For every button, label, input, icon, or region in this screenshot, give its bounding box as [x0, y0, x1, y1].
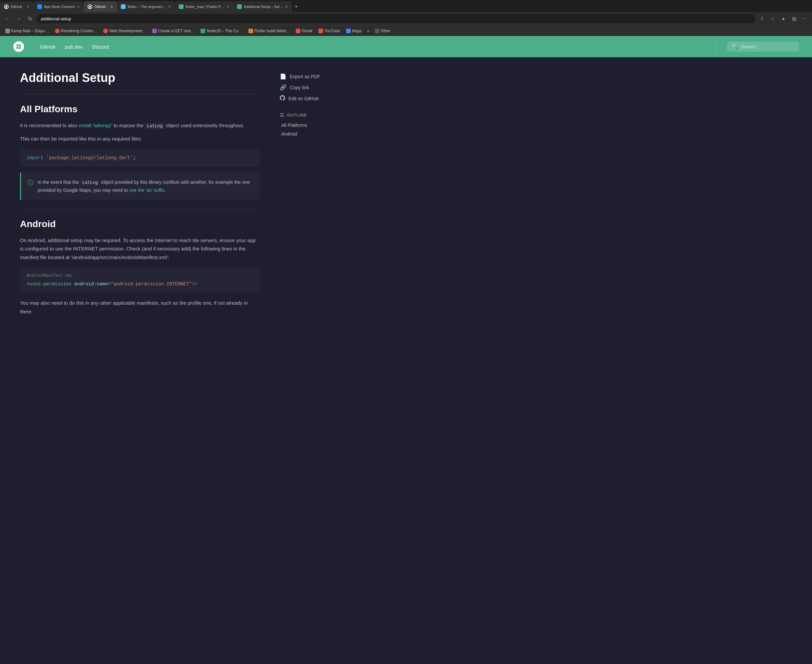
more-label: »: [367, 29, 369, 33]
bookmark-label: NodeJS – The Co…: [207, 29, 242, 33]
tab-github1[interactable]: GitHub ×: [0, 1, 33, 12]
tab-additional[interactable]: Additional Setup – flut… ×: [233, 1, 292, 12]
menu-button[interactable]: ⋯: [800, 14, 809, 23]
androidmanifest-code-block: AndroidManifest.xml <uses-permission and…: [20, 267, 260, 293]
latlong2-link[interactable]: install 'latlong2': [79, 122, 112, 128]
tab-close-btn[interactable]: ×: [27, 4, 29, 9]
tab-label: App Store Connect: [44, 5, 75, 9]
all-platforms-para2: This can then be imported like this in a…: [20, 135, 260, 143]
nav-pubdev[interactable]: pub.dev: [65, 44, 83, 50]
bookmark-youtube[interactable]: YouTube: [316, 28, 343, 34]
bookmark-label: YouTube: [324, 29, 340, 33]
bookmark-nodejs[interactable]: NodeJS – The Co…: [198, 28, 245, 34]
profile-button[interactable]: ●: [779, 14, 788, 23]
tab-close-btn[interactable]: ×: [285, 4, 288, 9]
bookmark-label: Maps: [352, 29, 362, 33]
bookmark-more[interactable]: »: [365, 28, 371, 34]
site-header: GitHub pub.dev Discord 🔍: [0, 36, 812, 57]
tab-bar: GitHub × App Store Connect × GitHub × fl…: [0, 0, 812, 12]
nav-github[interactable]: GitHub: [40, 44, 55, 50]
browser-actions: ⇧ ☆ ● ▤ ⋯: [757, 14, 809, 23]
bookmark-label: Kemp Mail – Dispo…: [11, 29, 49, 33]
bookmark-label: Flutter build failed…: [254, 29, 290, 33]
section-divider-mid: [20, 209, 260, 210]
android-para2: You may also need to do this in any othe…: [20, 299, 260, 316]
bookmark-kemp-mail[interactable]: Kemp Mail – Dispo…: [3, 28, 52, 34]
right-sidebar: 📄 Export as PDF 🔗 Copy link Edit on GitH…: [280, 71, 353, 321]
site-nav: GitHub pub.dev Discord: [40, 44, 705, 50]
bookmark-label: Web Development…: [109, 29, 146, 33]
bookmark-get-route[interactable]: Create a GET rout…: [150, 28, 197, 34]
copy-link-icon: 🔗: [280, 84, 286, 91]
outline-item-android[interactable]: Android: [280, 131, 353, 137]
edit-github-icon: [280, 95, 285, 102]
android-heading: Android: [20, 219, 260, 229]
android-para1: On Android, additional setup may be requ…: [20, 236, 260, 262]
svg-rect-0: [16, 44, 18, 46]
bookmark-webdev[interactable]: Web Development…: [101, 28, 149, 34]
bookmark-rendering[interactable]: Rendering Conten…: [52, 28, 100, 34]
content-area: Additional Setup All Platforms It is rec…: [20, 71, 260, 321]
search-input[interactable]: [741, 44, 794, 49]
tab-label: flutter – The argumen…: [128, 5, 166, 9]
site-search[interactable]: 🔍: [727, 42, 799, 52]
tab-close-btn[interactable]: ×: [110, 4, 113, 9]
search-icon: 🔍: [732, 44, 738, 50]
bookmark-label: Gmail: [302, 29, 312, 33]
tab-github2[interactable]: GitHub ×: [84, 1, 117, 12]
code-filename: AndroidManifest.xml: [27, 273, 253, 278]
new-tab-button[interactable]: +: [292, 3, 301, 10]
svg-rect-3: [19, 47, 21, 49]
bookmark-maps[interactable]: Maps: [343, 28, 365, 34]
sidebar-actions: 📄 Export as PDF 🔗 Copy link Edit on GitH…: [280, 73, 353, 102]
export-pdf-button[interactable]: 📄 Export as PDF: [280, 73, 353, 80]
tab-label: GitHub: [94, 5, 108, 9]
back-button[interactable]: ←: [3, 14, 12, 23]
main-layout: Additional Setup All Platforms It is rec…: [0, 57, 366, 334]
reload-button[interactable]: ↻: [25, 14, 35, 23]
edit-github-label: Edit on GitHub: [288, 96, 319, 101]
tab-flutter1[interactable]: flutter – The argumen… ×: [117, 1, 175, 12]
page-title: Additional Setup: [20, 71, 260, 85]
tab-label: GitHub: [11, 5, 24, 9]
import-code-block: import 'package:latlong2/latlong.dart';: [20, 149, 260, 166]
logo-icon: [13, 41, 24, 52]
latlng-code: LatLng: [145, 123, 164, 129]
address-bar-row: ← → ↻ ⇧ ☆ ● ▤ ⋯: [0, 12, 812, 25]
outline-label: ☰ OUTLINE: [280, 112, 353, 118]
extensions-button[interactable]: ▤: [789, 14, 799, 23]
section-divider-top: [20, 94, 260, 94]
latlng-inline-code: LatLng: [80, 179, 100, 186]
section-android: Android On Android, additional setup may…: [20, 219, 260, 316]
nav-discord[interactable]: Discord: [92, 44, 109, 50]
tab-close-btn[interactable]: ×: [77, 4, 80, 9]
bookmark-label: Create a GET rout…: [158, 29, 195, 33]
bookmark-label: Other: [381, 29, 391, 33]
all-platforms-para1: It is recommended to also install 'latlo…: [20, 121, 260, 130]
share-button[interactable]: ⇧: [757, 14, 767, 23]
tab-close-btn[interactable]: ×: [226, 4, 229, 9]
outline-title: OUTLINE: [287, 113, 307, 117]
address-input[interactable]: [37, 14, 755, 23]
info-box-latlng: ⓘ In the event that the LatLng object pr…: [20, 173, 260, 200]
copy-link-button[interactable]: 🔗 Copy link: [280, 84, 353, 91]
all-platforms-heading: All Platforms: [20, 104, 260, 114]
svg-rect-2: [16, 47, 18, 49]
bookmark-other[interactable]: Other: [372, 28, 393, 34]
as-suffix-link[interactable]: use the 'as' suffix: [129, 187, 164, 193]
outline-item-all-platforms[interactable]: All Platforms: [280, 122, 353, 128]
tab-appstore[interactable]: App Store Connect ×: [33, 1, 84, 12]
tab-label: Additional Setup – flut…: [244, 5, 283, 9]
bookmark-gmail[interactable]: Gmail: [293, 28, 315, 34]
forward-button[interactable]: →: [14, 14, 23, 23]
bookmark-flutter-build[interactable]: Flutter build failed…: [246, 28, 293, 34]
tab-close-btn[interactable]: ×: [168, 4, 171, 9]
section-all-platforms: All Platforms It is recommended to also …: [20, 104, 260, 200]
tab-flutter-map[interactable]: flutter_map | Flutter P… ×: [175, 1, 233, 12]
bookmarks-bar: Kemp Mail – Dispo… Rendering Conten… Web…: [0, 25, 812, 36]
outline-section: ☰ OUTLINE All Platforms Android: [280, 112, 353, 137]
bookmark-button[interactable]: ☆: [768, 14, 777, 23]
edit-github-button[interactable]: Edit on GitHub: [280, 95, 353, 102]
browser-chrome: GitHub × App Store Connect × GitHub × fl…: [0, 0, 812, 36]
export-pdf-label: Export as PDF: [290, 74, 320, 79]
